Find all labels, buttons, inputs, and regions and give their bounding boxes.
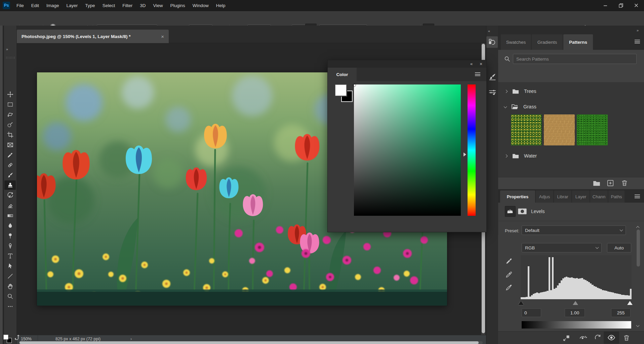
- menu-file[interactable]: File: [13, 0, 28, 11]
- foreground-color-swatch[interactable]: [3, 335, 8, 340]
- hue-slider[interactable]: [468, 84, 476, 216]
- quick-selection-tool[interactable]: [5, 120, 15, 129]
- scrollbar-down-icon[interactable]: [637, 322, 639, 328]
- hand-tool[interactable]: [5, 281, 15, 291]
- document-close-icon[interactable]: ×: [161, 34, 164, 39]
- menu-edit[interactable]: Edit: [28, 0, 43, 11]
- menu-3d[interactable]: 3D: [136, 0, 149, 11]
- tab-layers[interactable]: Layer: [572, 191, 590, 203]
- status-expander-icon[interactable]: ›: [130, 336, 132, 341]
- swap-colors-icon[interactable]: [13, 335, 20, 342]
- tab-channels[interactable]: Chann: [590, 191, 608, 203]
- preset-select[interactable]: Default: [522, 226, 626, 235]
- delete-pattern-icon[interactable]: [621, 179, 628, 187]
- minimize-button[interactable]: [598, 0, 613, 11]
- edit-toolbar-icon[interactable]: [5, 302, 15, 311]
- input-white-slider[interactable]: [627, 301, 633, 305]
- delete-adjustment-icon[interactable]: [623, 334, 630, 341]
- input-gamma-slider[interactable]: [573, 301, 578, 305]
- menu-help[interactable]: Help: [212, 0, 229, 11]
- type-tool[interactable]: [5, 251, 15, 261]
- status-zoom-level[interactable]: 150%: [21, 337, 32, 341]
- menu-layer[interactable]: Layer: [63, 0, 82, 11]
- menu-image[interactable]: Image: [43, 0, 63, 11]
- tab-swatches[interactable]: Swatches: [501, 34, 531, 50]
- channel-select[interactable]: RGB: [522, 243, 602, 252]
- toolbar-grip[interactable]: [6, 57, 15, 59]
- input-black-field[interactable]: [522, 308, 541, 317]
- zoom-tool[interactable]: [5, 291, 15, 301]
- pattern-group-water[interactable]: Water: [498, 148, 644, 164]
- pattern-dry-grass[interactable]: [544, 114, 575, 145]
- crop-tool[interactable]: [5, 130, 15, 139]
- properties-menu-icon[interactable]: [635, 195, 640, 198]
- canvas-horizontal-scrollbar[interactable]: [19, 341, 483, 344]
- line-tool[interactable]: [5, 271, 15, 281]
- clip-to-layer-icon[interactable]: [563, 334, 570, 342]
- hue-slider-marker[interactable]: [464, 152, 466, 157]
- menu-filter[interactable]: Filter: [119, 0, 136, 11]
- tab-adjustments[interactable]: Adjus: [536, 191, 553, 203]
- eraser-tool[interactable]: [5, 201, 15, 210]
- panel-collapse-icon[interactable]: «: [470, 61, 473, 66]
- input-gamma-field[interactable]: [565, 308, 585, 317]
- rectangular-marquee-tool[interactable]: [5, 100, 15, 109]
- dock-collapse-button[interactable]: «: [488, 29, 490, 33]
- frame-tool[interactable]: [5, 140, 15, 149]
- auto-button[interactable]: Auto: [607, 243, 631, 252]
- spot-healing-brush-tool[interactable]: [5, 160, 15, 170]
- pattern-green-grass[interactable]: [577, 114, 608, 145]
- history-panel-icon[interactable]: [486, 36, 498, 48]
- brush-settings-panel-icon[interactable]: [488, 72, 497, 81]
- clone-stamp-tool[interactable]: [4, 180, 16, 190]
- input-black-slider[interactable]: [518, 301, 524, 305]
- eyedropper-tool[interactable]: [5, 150, 15, 160]
- input-white-field[interactable]: [611, 308, 631, 317]
- history-brush-tool[interactable]: [5, 191, 15, 200]
- menu-plugins[interactable]: Plugins: [166, 0, 189, 11]
- saturation-brightness-field[interactable]: [354, 84, 461, 216]
- tab-paths[interactable]: Paths: [608, 191, 625, 203]
- panel-scrollbar-thumb[interactable]: [637, 230, 640, 267]
- blur-tool[interactable]: [5, 221, 15, 230]
- patterns-search-input[interactable]: [513, 54, 637, 64]
- gray-point-eyedropper-icon[interactable]: [506, 271, 513, 279]
- black-point-eyedropper-icon[interactable]: [506, 257, 513, 266]
- menu-type[interactable]: Type: [81, 0, 98, 11]
- brushes-panel-icon[interactable]: [488, 88, 497, 97]
- menu-select[interactable]: Select: [99, 0, 119, 11]
- close-button[interactable]: [629, 0, 644, 11]
- reset-adjustment-icon[interactable]: [594, 334, 601, 341]
- color-panel-header[interactable]: « ×: [328, 60, 486, 68]
- new-pattern-icon[interactable]: [607, 180, 614, 187]
- dodge-tool[interactable]: [5, 231, 15, 240]
- tab-patterns[interactable]: Patterns: [563, 34, 593, 50]
- tab-libraries[interactable]: Librar: [554, 191, 571, 203]
- toolbar-expand-button[interactable]: »: [6, 47, 8, 51]
- tab-gradients[interactable]: Gradients: [532, 34, 563, 50]
- pattern-group-grass[interactable]: Grass: [498, 99, 644, 114]
- lasso-tool[interactable]: [5, 110, 15, 119]
- pen-tool[interactable]: [5, 241, 15, 250]
- restore-button[interactable]: [613, 0, 629, 11]
- path-selection-tool[interactable]: [5, 261, 15, 271]
- pattern-group-trees[interactable]: Trees: [498, 83, 644, 99]
- new-group-icon[interactable]: [593, 180, 600, 187]
- view-previous-state-icon[interactable]: [579, 334, 588, 342]
- dock-expand-button[interactable]: »: [637, 28, 639, 32]
- tab-color[interactable]: Color: [328, 68, 357, 81]
- document-tab[interactable]: Photoshop.jpeg @ 150% (Levels 1, Layer M…: [17, 30, 169, 43]
- brush-tool[interactable]: [5, 170, 15, 180]
- pattern-meadow-grass-with-yellow-flowers[interactable]: [511, 114, 542, 145]
- toggle-visibility-button[interactable]: [604, 332, 619, 344]
- layer-mask-icon[interactable]: [518, 207, 527, 216]
- white-point-eyedropper-icon[interactable]: [506, 283, 513, 292]
- tab-properties[interactable]: Properties: [500, 191, 535, 203]
- menu-window[interactable]: Window: [189, 0, 212, 11]
- foreground-color-swatch-panel[interactable]: [335, 84, 347, 96]
- patterns-menu-icon[interactable]: [635, 40, 640, 43]
- menu-view[interactable]: View: [149, 0, 166, 11]
- panel-close-icon[interactable]: ×: [480, 61, 482, 67]
- move-tool[interactable]: [5, 90, 15, 99]
- color-panel-menu-icon[interactable]: [475, 72, 480, 76]
